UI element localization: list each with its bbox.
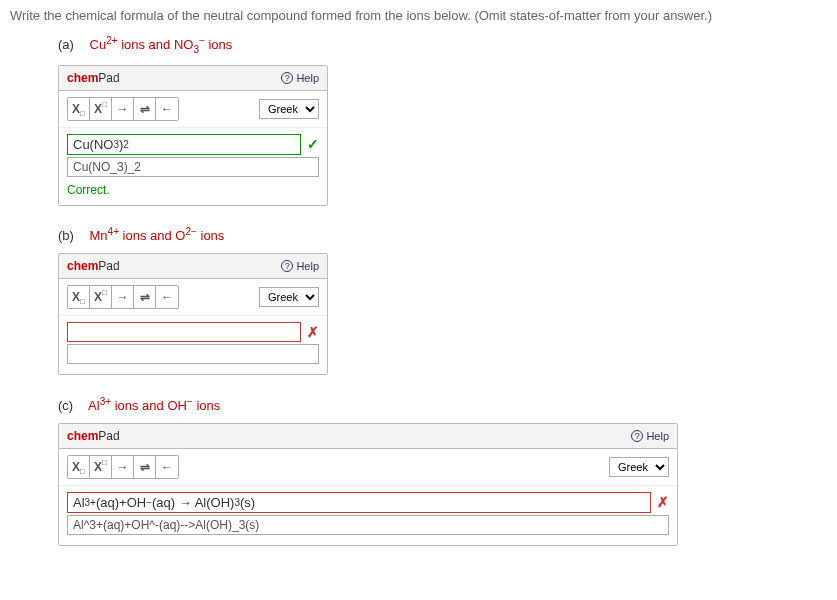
chempad-header: chemPad ?Help: [59, 424, 677, 449]
part-c-label: (c) Al3+ ions and OH− ions: [58, 395, 827, 412]
chempad-title: chemPad: [67, 71, 120, 85]
part-a-ions: Cu2+ ions and NO3− ions: [90, 37, 233, 52]
toolbar-b: X□ X□ → ⇌ ← Greek: [59, 279, 327, 316]
subscript-btn[interactable]: X□: [68, 286, 90, 308]
feedback-a: Correct.: [67, 181, 319, 199]
answer-display-a[interactable]: Cu(NO3)2: [67, 134, 301, 155]
superscript-btn[interactable]: X□: [90, 98, 112, 120]
part-letter-a: (a): [58, 37, 74, 52]
chempad-header: chemPad ?Help: [59, 254, 327, 279]
greek-select[interactable]: Greek: [609, 457, 669, 477]
chempad-header: chemPad ?Help: [59, 66, 327, 91]
arrow-left-btn[interactable]: ←: [156, 286, 178, 308]
superscript-btn[interactable]: X□: [90, 286, 112, 308]
chempad-c: chemPad ?Help X□ X□ → ⇌ ← Greek Al3+(aq)…: [58, 423, 678, 546]
chempad-a: chemPad ?Help X□ X□ → ⇌ ← Greek Cu(NO3)2…: [58, 65, 328, 206]
help-icon: ?: [631, 430, 643, 442]
arrow-eq-btn[interactable]: ⇌: [134, 286, 156, 308]
part-c: (c) Al3+ ions and OH− ions chemPad ?Help…: [10, 395, 827, 545]
part-b-label: (b) Mn4+ ions and O2− ions: [58, 226, 827, 243]
superscript-btn[interactable]: X□: [90, 456, 112, 478]
arrow-right-btn[interactable]: →: [112, 286, 134, 308]
part-b: (b) Mn4+ ions and O2− ions chemPad ?Help…: [10, 226, 827, 375]
arrow-right-btn[interactable]: →: [112, 456, 134, 478]
part-a-label: (a) Cu2+ ions and NO3− ions: [58, 35, 827, 55]
part-letter-c: (c): [58, 398, 73, 413]
chempad-b: chemPad ?Help X□ X□ → ⇌ ← Greek ✗: [58, 253, 328, 375]
answer-raw-b[interactable]: [67, 344, 319, 364]
greek-select[interactable]: Greek: [259, 99, 319, 119]
arrow-right-btn[interactable]: →: [112, 98, 134, 120]
check-icon: ✓: [307, 136, 319, 152]
greek-select[interactable]: Greek: [259, 287, 319, 307]
help-link[interactable]: ?Help: [281, 72, 319, 84]
toolbar-c: X□ X□ → ⇌ ← Greek: [59, 449, 677, 486]
x-icon: ✗: [657, 494, 669, 510]
chempad-title: chemPad: [67, 429, 120, 443]
arrow-eq-btn[interactable]: ⇌: [134, 456, 156, 478]
answer-raw-c[interactable]: Al^3+(aq)+OH^-(aq)-->Al(OH)_3(s): [67, 515, 669, 535]
answer-raw-a[interactable]: Cu(NO_3)_2: [67, 157, 319, 177]
part-a: (a) Cu2+ ions and NO3− ions chemPad ?Hel…: [10, 35, 827, 206]
help-link[interactable]: ?Help: [281, 260, 319, 272]
toolbar-a: X□ X□ → ⇌ ← Greek: [59, 91, 327, 128]
help-icon: ?: [281, 260, 293, 272]
subscript-btn[interactable]: X□: [68, 456, 90, 478]
part-b-ions: Mn4+ ions and O2− ions: [90, 228, 225, 243]
help-icon: ?: [281, 72, 293, 84]
chempad-title: chemPad: [67, 259, 120, 273]
x-icon: ✗: [307, 324, 319, 340]
answer-display-c[interactable]: Al3+(aq)+OH−(aq) → Al(OH)3(s): [67, 492, 651, 513]
arrow-left-btn[interactable]: ←: [156, 456, 178, 478]
answer-display-b[interactable]: [67, 322, 301, 342]
part-c-ions: Al3+ ions and OH− ions: [88, 398, 220, 413]
help-link[interactable]: ?Help: [631, 430, 669, 442]
subscript-btn[interactable]: X□: [68, 98, 90, 120]
arrow-left-btn[interactable]: ←: [156, 98, 178, 120]
arrow-eq-btn[interactable]: ⇌: [134, 98, 156, 120]
question-text: Write the chemical formula of the neutra…: [10, 8, 827, 23]
part-letter-b: (b): [58, 228, 74, 243]
